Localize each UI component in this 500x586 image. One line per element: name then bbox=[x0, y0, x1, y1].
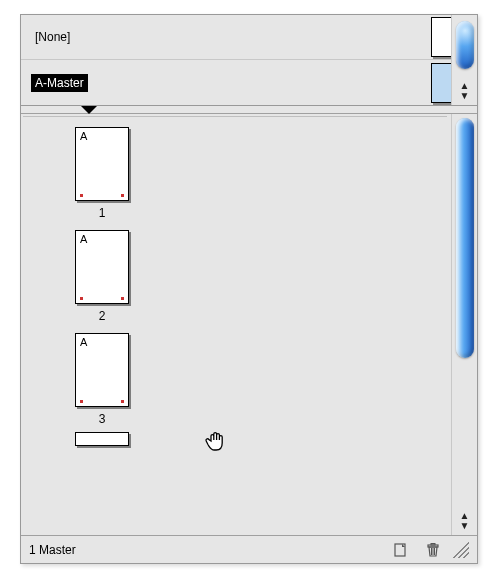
masters-scroll-down-icon[interactable]: ▼ bbox=[460, 91, 470, 101]
page-item[interactable] bbox=[67, 432, 137, 446]
page-thumb[interactable]: A bbox=[75, 333, 129, 407]
master-row-none[interactable]: [None] bbox=[21, 15, 477, 60]
svg-rect-2 bbox=[431, 543, 435, 545]
trash-icon[interactable] bbox=[423, 541, 443, 559]
divider-marker-icon bbox=[81, 106, 97, 114]
page-master-prefix: A bbox=[80, 130, 87, 142]
status-text: 1 Master bbox=[29, 543, 385, 557]
page-number-label: 1 bbox=[99, 206, 106, 220]
pages-scroll-down-icon[interactable]: ▼ bbox=[460, 521, 470, 531]
masters-scrollbar[interactable]: ▲ ▼ bbox=[451, 15, 477, 105]
pages-scroll-thumb[interactable] bbox=[456, 118, 474, 358]
masters-scroll-thumb[interactable] bbox=[456, 21, 474, 69]
page-item[interactable]: A 2 bbox=[67, 230, 137, 323]
page-item[interactable]: A 3 bbox=[67, 333, 137, 426]
page-thumb[interactable] bbox=[75, 432, 129, 446]
page-thumb[interactable]: A bbox=[75, 127, 129, 201]
page-master-prefix: A bbox=[80, 336, 87, 348]
page-number-label: 3 bbox=[99, 412, 106, 426]
page-thumb[interactable]: A bbox=[75, 230, 129, 304]
pages-list[interactable]: A 1 A 2 A 3 bbox=[23, 116, 447, 533]
grab-cursor-icon bbox=[203, 427, 233, 460]
master-row-a[interactable]: A-Master bbox=[21, 60, 477, 105]
panel-footer: 1 Master bbox=[21, 535, 477, 563]
master-label-none: [None] bbox=[31, 28, 431, 46]
pages-section: A 1 A 2 A 3 bbox=[21, 114, 477, 535]
pages-scrollbar[interactable]: ▲ ▼ bbox=[451, 114, 477, 535]
new-page-icon[interactable] bbox=[391, 541, 411, 559]
page-number-label: 2 bbox=[99, 309, 106, 323]
pages-panel: [None] A-Master ▲ ▼ A 1 bbox=[20, 14, 478, 564]
page-item[interactable]: A 1 bbox=[67, 127, 137, 220]
section-divider[interactable] bbox=[21, 106, 477, 114]
master-label-a: A-Master bbox=[31, 74, 88, 92]
masters-section: [None] A-Master ▲ ▼ bbox=[21, 15, 477, 106]
page-master-prefix: A bbox=[80, 233, 87, 245]
resize-grip-icon[interactable] bbox=[453, 542, 469, 558]
